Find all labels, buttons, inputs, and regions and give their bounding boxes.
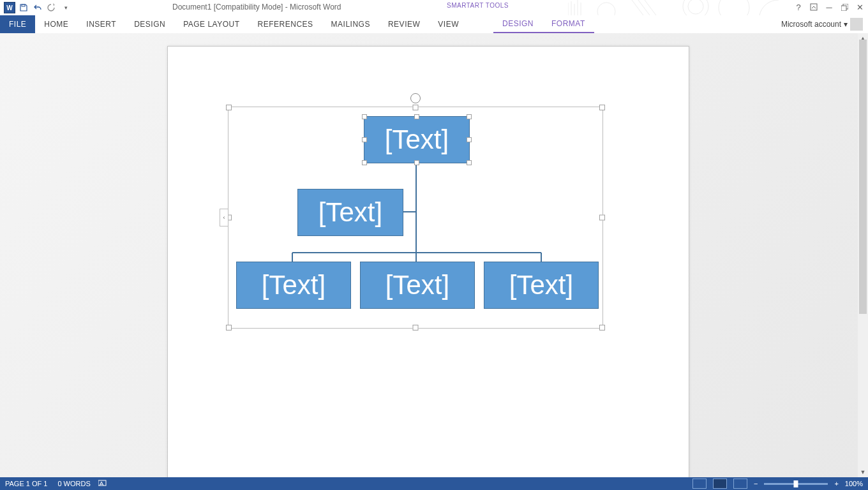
node-text: [Text]: [509, 270, 573, 301]
avatar-icon: [850, 18, 863, 31]
shape-handle[interactable]: [362, 137, 367, 142]
shape-handle[interactable]: [467, 160, 472, 165]
redo-icon[interactable]: [46, 2, 57, 13]
tab-design[interactable]: DESIGN: [125, 15, 174, 33]
svg-point-1: [597, 3, 615, 15]
document-page[interactable]: ‹ [Text] [Text] [Text] [Tex: [167, 46, 689, 490]
resize-handle[interactable]: [599, 325, 605, 330]
window-title: Document1 [Compatibility Mode] - Microso…: [172, 3, 341, 11]
resize-handle[interactable]: [413, 105, 419, 110]
undo-icon[interactable]: [32, 2, 43, 13]
quick-access-toolbar: W ▾: [0, 2, 71, 13]
restore-icon[interactable]: [839, 1, 850, 13]
help-icon[interactable]: ?: [793, 1, 804, 13]
shape-handle[interactable]: [414, 114, 419, 119]
tab-smartart-format[interactable]: FORMAT: [542, 15, 594, 33]
chevron-down-icon: ▾: [844, 20, 848, 29]
svg-point-2: [683, 0, 708, 15]
zoom-out-button[interactable]: −: [754, 480, 758, 487]
status-page[interactable]: PAGE 1 OF 1: [5, 480, 47, 487]
text-pane-toggle[interactable]: ‹: [220, 209, 228, 226]
view-read-mode-icon[interactable]: [692, 479, 707, 489]
resize-handle[interactable]: [413, 325, 419, 330]
resize-handle[interactable]: [599, 215, 605, 221]
node-text: [Text]: [385, 124, 449, 155]
minimize-icon[interactable]: ─: [823, 1, 835, 13]
account-menu[interactable]: Microsoft account ▾: [776, 15, 868, 33]
document-workspace: ‹ [Text] [Text] [Text] [Tex: [0, 33, 868, 477]
spellcheck-icon[interactable]: [98, 479, 108, 488]
tab-insert[interactable]: INSERT: [77, 15, 125, 33]
smartart-node-root[interactable]: [Text]: [364, 116, 470, 163]
tab-home[interactable]: HOME: [35, 15, 77, 33]
shape-handle[interactable]: [467, 114, 472, 119]
tab-view[interactable]: VIEW: [429, 15, 468, 33]
svg-rect-0: [22, 4, 25, 6]
qat-customize-icon[interactable]: ▾: [60, 2, 71, 13]
tab-mailings[interactable]: MAILINGS: [322, 15, 379, 33]
vertical-scrollbar[interactable]: ▲ ▼: [858, 33, 868, 477]
ribbon-tabs: FILE HOME INSERT DESIGN PAGE LAYOUT REFE…: [0, 15, 868, 34]
svg-rect-6: [841, 6, 846, 11]
status-bar: PAGE 1 OF 1 0 WORDS − + 100%: [0, 477, 868, 490]
svg-point-3: [688, 0, 703, 14]
smartart-node-child[interactable]: [Text]: [236, 262, 351, 309]
scroll-thumb[interactable]: [859, 40, 867, 314]
account-label: Microsoft account: [781, 20, 841, 29]
tab-references[interactable]: REFERENCES: [249, 15, 322, 33]
zoom-slider[interactable]: [764, 483, 828, 485]
ribbon-display-icon[interactable]: [808, 1, 819, 13]
node-text: [Text]: [262, 270, 326, 301]
tab-file[interactable]: FILE: [0, 15, 35, 33]
save-icon[interactable]: [18, 2, 29, 13]
tab-smartart-design[interactable]: DESIGN: [493, 15, 542, 33]
tab-page-layout[interactable]: PAGE LAYOUT: [174, 15, 248, 33]
scroll-down-icon[interactable]: ▼: [858, 467, 868, 477]
smartart-node-child[interactable]: [Text]: [484, 262, 599, 309]
view-print-layout-icon[interactable]: [713, 479, 727, 489]
shape-handle[interactable]: [467, 137, 472, 142]
smartart-node-assistant[interactable]: [Text]: [297, 189, 403, 236]
view-web-layout-icon[interactable]: [733, 479, 747, 489]
contextual-tab-title: SMARTART TOOLS: [447, 2, 509, 9]
smartart-node-child[interactable]: [Text]: [360, 262, 475, 309]
word-app-icon[interactable]: W: [4, 2, 15, 13]
zoom-in-button[interactable]: +: [834, 480, 838, 487]
close-icon[interactable]: ✕: [854, 1, 865, 13]
title-bar: W ▾ Document1 [Compatibility Mode] - Mic…: [0, 0, 868, 15]
shape-handle[interactable]: [362, 160, 367, 165]
window-controls: ? ─ ✕: [793, 1, 865, 13]
zoom-level[interactable]: 100%: [845, 480, 863, 487]
rotate-handle-icon[interactable]: [410, 93, 421, 103]
svg-rect-5: [811, 4, 817, 10]
node-text: [Text]: [385, 270, 449, 301]
shape-handle[interactable]: [362, 114, 367, 119]
svg-point-4: [719, 0, 749, 15]
shape-handle[interactable]: [414, 160, 419, 165]
status-word-count[interactable]: 0 WORDS: [57, 480, 90, 487]
smartart-object[interactable]: ‹ [Text] [Text] [Text] [Tex: [228, 107, 603, 329]
tab-review[interactable]: REVIEW: [379, 15, 429, 33]
node-text: [Text]: [318, 197, 382, 228]
header-decoration: [568, 0, 785, 15]
resize-handle[interactable]: [226, 325, 232, 330]
